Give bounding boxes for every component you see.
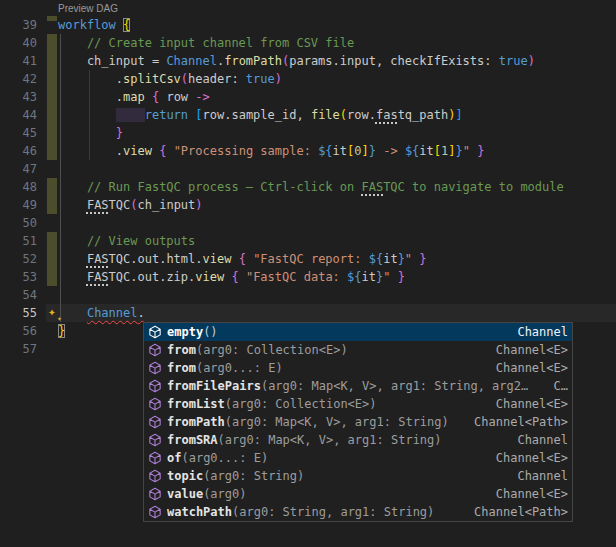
code-token	[58, 270, 87, 284]
suggest-item[interactable]: from(arg0: Collection<E>)Channel<E>	[144, 341, 572, 359]
suggest-item[interactable]: empty()Channel	[144, 323, 572, 341]
code-token: )	[528, 54, 535, 68]
code-line-content[interactable]	[58, 286, 616, 304]
suggest-item-label: watchPath(arg0: String, arg1: String)	[167, 505, 434, 519]
code-token: {	[231, 270, 238, 284]
suggest-item-return-type: Channel	[509, 433, 568, 447]
code-line-content[interactable]: // Create input channel from CSV file	[58, 34, 616, 52]
suggest-item[interactable]: topic(arg0: String)Channel	[144, 467, 572, 485]
line-number: 43	[0, 88, 46, 106]
code-line-content[interactable]: FASTQC(ch_input)	[58, 196, 616, 214]
copilot-sparkle-icon[interactable]: ✦✦	[46, 304, 68, 322]
code-token: "Processing sample:	[174, 144, 319, 158]
suggest-item[interactable]: watchPath(arg0: String, arg1: String)Cha…	[144, 503, 572, 521]
code-line-content[interactable]: .view { "Processing sample: ${it[0]} -> …	[58, 142, 616, 160]
code-token: splitCsv	[123, 72, 181, 86]
code-line: 40 // Create input channel from CSV file	[0, 34, 616, 52]
suggest-item-name: fromList	[167, 397, 225, 411]
line-number: 50	[0, 214, 46, 232]
suggest-item-signature: (arg0)	[203, 487, 246, 501]
code-line-content[interactable]: }	[58, 124, 616, 142]
code-token: ]	[362, 144, 369, 158]
suggest-item-label: empty()	[167, 325, 218, 339]
suggest-item[interactable]: from(arg0...: E)Channel<E>	[144, 359, 572, 377]
code-line-content[interactable]: FASTQC.out.zip.view { "FastQC data: ${it…	[58, 268, 616, 286]
code-token: FAS	[87, 198, 109, 212]
code-line: 47	[0, 160, 616, 178]
gutter-decoration	[46, 340, 58, 358]
code-token: (	[130, 198, 137, 212]
code-line-content[interactable]: ch_input = Channel.fromPath(params.input…	[58, 52, 616, 70]
code-token: TQC.out.html.	[109, 252, 203, 266]
code-line: 50	[0, 214, 616, 232]
code-lines: 39workflow {40 // Create input channel f…	[0, 16, 616, 358]
code-line: 43 .map { row ->	[0, 88, 616, 106]
line-number: 55	[0, 304, 46, 322]
line-number: 51	[0, 232, 46, 250]
suggest-item[interactable]: fromList(arg0: Collection<E>)Channel<E>	[144, 395, 572, 413]
suggest-item[interactable]: value(arg0)Channel<E>	[144, 485, 572, 503]
code-token: ${	[405, 144, 419, 158]
codelens-preview-dag[interactable]: Preview DAG	[58, 2, 118, 16]
code-token: row.sample_id,	[203, 108, 311, 122]
code-token: TQC to navigate to module	[383, 180, 564, 194]
line-number: 46	[0, 142, 46, 160]
method-cube-icon	[147, 450, 163, 466]
suggest-item-name: fromFilePairs	[167, 379, 261, 393]
code-line-content[interactable]: return [row.sample_id, file(row.fastq_pa…	[58, 106, 616, 124]
suggest-item[interactable]: fromPath(arg0: Map<K, V>, arg1: String)C…	[144, 413, 572, 431]
method-cube-icon	[147, 324, 163, 340]
method-cube-icon	[147, 486, 163, 502]
code-token: ]	[448, 144, 455, 158]
code-token: it	[362, 270, 376, 284]
code-line-content[interactable]	[58, 214, 616, 232]
suggest-item-return-type: Channel<E>	[488, 487, 568, 501]
suggest-item[interactable]: of(arg0...: E)Channel<E>	[144, 449, 572, 467]
suggest-item-label: of(arg0...: E)	[167, 451, 268, 465]
code-token: }	[456, 144, 463, 158]
code-token: (	[340, 108, 347, 122]
code-line: 44 return [row.sample_id, file(row.fastq…	[0, 106, 616, 124]
suggest-item-label: fromPath(arg0: Map<K, V>, arg1: String)	[167, 415, 449, 429]
suggest-item-label: value(arg0)	[167, 487, 246, 501]
method-cube-icon	[147, 342, 163, 358]
indent-guide	[60, 160, 61, 178]
code-token	[231, 252, 238, 266]
code-token: // View outputs	[58, 234, 195, 248]
gutter-decoration	[46, 196, 58, 214]
gutter-decoration	[46, 34, 58, 52]
line-number: 56	[0, 322, 46, 340]
sparkle-large-icon: ✦	[48, 303, 56, 321]
code-token: map	[123, 90, 145, 104]
code-line-content[interactable]: .splitCsv(header: true)	[58, 70, 616, 88]
code-line-content[interactable]: // View outputs	[58, 232, 616, 250]
code-token	[58, 108, 116, 122]
code-line-content[interactable]: // Run FastQC process – Ctrl-click on FA…	[58, 178, 616, 196]
suggest-item[interactable]: fromFilePairs(arg0: Map<K, V>, arg1: Str…	[144, 377, 572, 395]
suggest-item-signature: (arg0: Map<K, V>, arg1: String, arg2…	[261, 379, 528, 393]
code-line-content[interactable]	[58, 160, 616, 178]
code-token: // Run FastQC process – Ctrl-click on	[58, 180, 361, 194]
code-token	[239, 270, 246, 284]
code-token	[166, 144, 173, 158]
code-token: FAS	[361, 180, 383, 194]
suggest-item[interactable]: fromSRA(arg0: Map<K, V>, arg1: String)Ch…	[144, 431, 572, 449]
gutter-decoration	[46, 214, 58, 232]
line-number: 48	[0, 178, 46, 196]
suggest-item-name: topic	[167, 469, 203, 483]
code-token: header:	[188, 72, 246, 86]
gutter-decoration	[46, 88, 58, 106]
modified-lines-gutter-bar	[47, 52, 57, 70]
code-token: true	[246, 72, 275, 86]
line-number: 40	[0, 34, 46, 52]
code-line-content[interactable]: .map { row ->	[58, 88, 616, 106]
code-line: 53 FASTQC.out.zip.view { "FastQC data: $…	[0, 268, 616, 286]
code-token: TQC	[109, 198, 131, 212]
code-token: }	[398, 270, 405, 284]
method-cube-icon	[147, 378, 163, 394]
modified-lines-gutter-bar	[47, 196, 57, 214]
suggest-item-return-type: Channel<Path>	[466, 415, 568, 429]
code-line-content[interactable]: ✦✦ Channel.	[58, 304, 616, 322]
code-line-content[interactable]: workflow {	[58, 16, 616, 34]
code-line-content[interactable]: FASTQC.out.html.view { "FastQC report: $…	[58, 250, 616, 268]
